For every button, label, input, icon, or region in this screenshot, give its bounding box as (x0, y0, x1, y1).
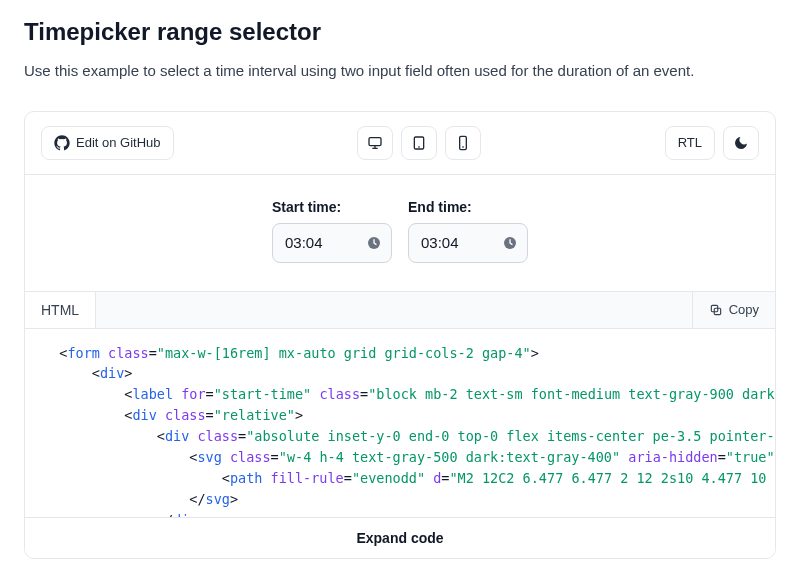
component-preview: Start time: End time: (25, 174, 775, 292)
mobile-view-button[interactable] (445, 126, 481, 160)
code-snippet: <form class="max-w-[16rem] mx-auto grid … (25, 329, 775, 517)
display-options-group: RTL (665, 126, 759, 160)
desktop-view-button[interactable] (357, 126, 393, 160)
rtl-label: RTL (678, 135, 702, 150)
section-description: Use this example to select a time interv… (24, 60, 776, 83)
viewport-toggle-group (357, 126, 481, 160)
copy-label: Copy (729, 302, 759, 317)
clock-icon (502, 235, 518, 251)
end-time-input-wrap (408, 223, 528, 263)
clock-icon (366, 235, 382, 251)
svg-rect-0 (369, 137, 381, 145)
code-tabs-row: HTML Copy (25, 292, 775, 329)
example-toolbar: Edit on GitHub (25, 112, 775, 174)
copy-code-button[interactable]: Copy (692, 292, 775, 328)
moon-icon (733, 135, 749, 151)
tab-html[interactable]: HTML (25, 292, 96, 328)
end-time-label: End time: (408, 199, 528, 215)
svg-rect-2 (460, 136, 467, 149)
section-heading: Timepicker range selector (24, 18, 776, 46)
edit-on-github-button[interactable]: Edit on GitHub (41, 126, 174, 160)
expand-code-button[interactable]: Expand code (25, 517, 775, 558)
desktop-icon (367, 135, 383, 151)
copy-icon (709, 303, 723, 317)
start-time-input-wrap (272, 223, 392, 263)
dark-mode-toggle-button[interactable] (723, 126, 759, 160)
example-panel: Edit on GitHub (24, 111, 776, 559)
edit-on-github-label: Edit on GitHub (76, 135, 161, 150)
github-icon (54, 135, 70, 151)
mobile-icon (455, 135, 471, 151)
time-range-form: Start time: End time: (272, 199, 528, 263)
tablet-view-button[interactable] (401, 126, 437, 160)
start-time-label: Start time: (272, 199, 392, 215)
rtl-toggle-button[interactable]: RTL (665, 126, 715, 160)
end-time-field: End time: (408, 199, 528, 263)
start-time-field: Start time: (272, 199, 392, 263)
tablet-icon (411, 135, 427, 151)
